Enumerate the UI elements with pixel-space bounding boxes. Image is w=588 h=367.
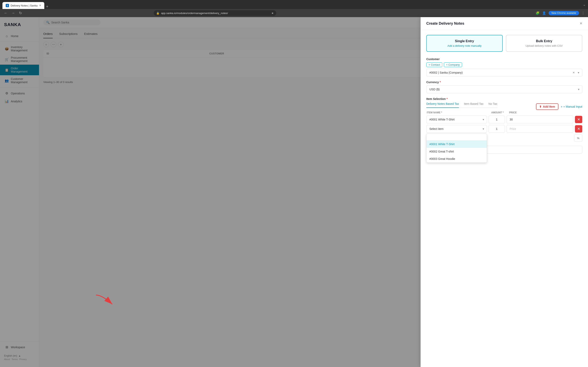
extensions-icon[interactable]: 🧩: [536, 11, 540, 15]
tab-no-tax[interactable]: No Tax: [488, 102, 497, 108]
app-layout: SANKA ⌂ Home 📦 Inventory Management 🛒 Pr…: [0, 17, 588, 367]
new-chrome-button[interactable]: New Chrome available: [549, 11, 579, 15]
item-1-select-wrap[interactable]: #0001 White T-Shirt: [426, 116, 487, 123]
browser-icons: 🧩 👤 New Chrome available ⋮: [536, 11, 585, 15]
single-entry-title: Single Entry: [431, 39, 498, 43]
customer-actions: + Contact + Company: [426, 62, 582, 67]
dropdown-item-1[interactable]: #0001 White T-Shirt: [426, 141, 487, 148]
dropdown-item-2[interactable]: #0002 Great T-shirt: [426, 148, 487, 155]
tab-delivery-notes-based-tax[interactable]: Delivery Notes Based Tax: [426, 102, 459, 108]
customer-section: Customer + Contact + Company #0002 | San…: [426, 58, 582, 76]
address-text: app.sanka.io/modules/ordermanagement/del…: [161, 12, 270, 15]
item-1-amount[interactable]: [489, 116, 505, 123]
forward-button[interactable]: →: [11, 11, 16, 15]
item-row-2: Select item #0001 White T-Shirt #0002 Gr…: [426, 125, 582, 133]
plus-icon: +: [561, 105, 562, 108]
tab-label: Delivery Notes | Sanka: [11, 4, 38, 7]
col-amount: Amount *: [491, 111, 508, 114]
item-2-select[interactable]: Select item: [426, 125, 487, 133]
item-row-1: #0001 White T-Shirt ✕: [426, 116, 582, 123]
customer-field[interactable]: #0002 | Sanka (Company) ✕ ▾: [426, 69, 582, 76]
address-bar[interactable]: 🔒 app.sanka.io/modules/ordermanagement/d…: [154, 10, 276, 16]
new-tab-button[interactable]: +: [44, 4, 50, 9]
bulk-entry-title: Bulk Entry: [510, 39, 578, 43]
add-company-button[interactable]: + Company: [444, 62, 462, 67]
single-entry-desc: Add a delivery note manually: [431, 44, 498, 47]
bulk-entry-desc: Upload delivery notes with CSV: [510, 44, 578, 47]
item-tab-actions: ⬆ Add Item + + Manual Input: [536, 103, 582, 110]
upload-icon: ⬆: [539, 105, 542, 108]
clear-customer-icon[interactable]: ✕: [572, 71, 575, 74]
tab-favicon: S: [6, 4, 9, 7]
item-dropdown-menu: #0001 White T-Shirt #0002 Great T-shirt …: [426, 133, 487, 163]
customer-value: #0002 | Sanka (Company): [429, 71, 463, 74]
modal-panel: Create Delivery Notes × Single Entry Add…: [421, 17, 588, 367]
item-tabs: Delivery Notes Based Tax Item Based Tax …: [426, 102, 497, 108]
item-1-delete-button[interactable]: ✕: [575, 116, 582, 123]
item-selection-section: Item Selection * Delivery Notes Based Ta…: [426, 97, 582, 142]
items-header: Item Name * Amount * Price: [426, 111, 582, 114]
currency-select[interactable]: USD ($): [426, 85, 582, 93]
currency-select-wrap[interactable]: USD ($): [426, 85, 582, 93]
manual-input-label: + Manual Input: [563, 105, 582, 108]
item-2-delete-button[interactable]: ✕: [575, 125, 582, 133]
refresh-button[interactable]: ↻: [18, 11, 23, 15]
modal-body: Single Entry Add a delivery note manuall…: [421, 30, 588, 367]
item-tabs-row: Delivery Notes Based Tax Item Based Tax …: [426, 102, 582, 111]
item-2-amount[interactable]: [489, 125, 505, 133]
item-2-price[interactable]: [507, 125, 573, 133]
currency-required: *: [440, 81, 441, 84]
browser-chrome: S Delivery Notes | Sanka × + ⌄: [0, 0, 588, 9]
currency-section: Currency * USD ($): [426, 81, 582, 93]
currency-label: Currency *: [426, 81, 582, 84]
browser-tab-active[interactable]: S Delivery Notes | Sanka ×: [2, 2, 44, 9]
item-selection-label: Item Selection *: [426, 97, 582, 100]
dropdown-item-3[interactable]: #0003 Great Hoodie: [426, 155, 487, 162]
menu-icon[interactable]: ⋮: [581, 11, 585, 15]
tab-close-icon[interactable]: ×: [39, 4, 41, 7]
item-required: *: [447, 97, 448, 100]
dropdown-search-input[interactable]: [429, 135, 484, 139]
col-price: Price: [509, 111, 572, 114]
dropdown-search-wrap: [426, 134, 487, 141]
modal-overlay: Create Delivery Notes × Single Entry Add…: [0, 17, 588, 367]
modal-close-button[interactable]: ×: [580, 21, 582, 26]
manual-input-button[interactable]: + + Manual Input: [561, 105, 582, 108]
bulk-entry-card[interactable]: Bulk Entry Upload delivery notes with CS…: [506, 35, 582, 52]
modal-title: Create Delivery Notes: [426, 21, 464, 26]
tab-expand-icon[interactable]: ⌄: [583, 3, 586, 7]
percent-icon[interactable]: %: [574, 134, 582, 142]
browser-addressbar: ← → ↻ 🔒 app.sanka.io/modules/ordermanage…: [0, 9, 588, 17]
col-item-name: Item Name *: [427, 111, 490, 114]
single-entry-card[interactable]: Single Entry Add a delivery note manuall…: [426, 35, 503, 52]
item-1-select[interactable]: #0001 White T-Shirt: [426, 116, 487, 123]
col-delete: [574, 111, 582, 114]
browser-tabs: S Delivery Notes | Sanka × +: [2, 0, 50, 9]
add-contact-button[interactable]: + Contact: [426, 62, 442, 67]
profile-icon[interactable]: 👤: [542, 11, 546, 15]
customer-label: Customer: [426, 58, 582, 61]
tab-item-based-tax[interactable]: Item Based Tax: [464, 102, 484, 108]
modal-header: Create Delivery Notes ×: [421, 17, 588, 30]
item-2-select-wrap[interactable]: Select item #0001 White T-Shirt #0002 Gr…: [426, 125, 487, 133]
add-item-button[interactable]: ⬆ Add Item: [536, 103, 558, 110]
add-item-label: Add Item: [543, 105, 555, 108]
item-1-price[interactable]: [507, 116, 573, 123]
back-button[interactable]: ←: [3, 11, 8, 15]
entry-type-row: Single Entry Add a delivery note manuall…: [426, 35, 582, 52]
expand-customer-icon[interactable]: ▾: [578, 71, 579, 74]
